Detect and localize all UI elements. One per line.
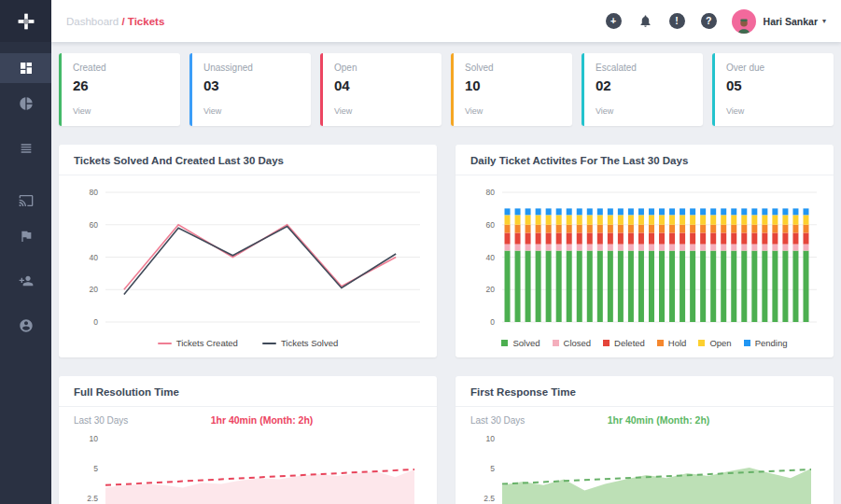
view-link[interactable]: View: [596, 106, 613, 116]
legend-item: Pending: [744, 338, 788, 348]
stat-card-solved: Solved 10 View: [451, 53, 572, 126]
legend-swatch: [698, 340, 705, 346]
sidebar-item-add-agent[interactable]: [0, 266, 51, 296]
alert-circle-icon[interactable]: !: [669, 13, 685, 29]
area-chart-resolution: 1052.5: [74, 429, 422, 504]
breadcrumb: Dashboard / Tickets: [66, 16, 164, 27]
svg-text:5: 5: [93, 464, 98, 473]
stat-value: 03: [203, 77, 300, 93]
legend-label: Hold: [668, 338, 687, 348]
period-label: Last 30 Days: [470, 415, 582, 426]
person-add-icon: [19, 273, 34, 288]
divider: [59, 406, 437, 407]
area-chart-response: 1052.5: [470, 429, 819, 504]
svg-text:60: 60: [90, 220, 99, 230]
account-circle-icon: [19, 318, 34, 333]
svg-text:20: 20: [90, 285, 99, 294]
view-link[interactable]: View: [726, 106, 744, 116]
sidebar-item-reports[interactable]: [0, 89, 51, 119]
legend-swatch: [744, 340, 750, 346]
help-circle-icon[interactable]: ?: [701, 13, 717, 29]
stacked-bar-chart: 020406080: [470, 183, 819, 337]
view-link[interactable]: View: [465, 106, 483, 116]
stat-label: Over due: [726, 63, 822, 73]
divider: [456, 175, 834, 175]
divider: [59, 175, 437, 175]
sidebar-item-broadcast[interactable]: [0, 186, 51, 216]
help-glyph: ?: [706, 16, 711, 26]
stat-card-open: Open 04 View: [320, 53, 442, 126]
breadcrumb-separator: /: [119, 16, 128, 27]
add-glyph: +: [610, 16, 616, 26]
legend-swatch: [553, 340, 559, 346]
person-avatar-icon: [736, 17, 752, 34]
svg-text:20: 20: [486, 285, 496, 294]
legend-label: Deleted: [614, 338, 645, 348]
user-menu[interactable]: Hari Sankar ▾: [732, 9, 826, 34]
svg-text:5: 5: [490, 464, 495, 473]
svg-text:10: 10: [90, 434, 99, 443]
stat-card-escalated: Escalated 02 View: [582, 53, 703, 126]
legend-swatch: [262, 343, 276, 344]
legend-label: Open: [709, 338, 731, 348]
line-chart: 020406080: [74, 183, 422, 337]
stat-value: 10: [465, 77, 561, 93]
svg-text:40: 40: [486, 253, 496, 262]
legend-item: Solved: [501, 338, 540, 348]
legend-item: Open: [698, 338, 731, 348]
breadcrumb-current: Tickets: [128, 16, 164, 27]
legend-item: Closed: [553, 338, 592, 348]
main-content: Created 26 View Unassigned 03 View Open …: [51, 42, 841, 504]
user-name: Hari Sankar: [764, 16, 818, 27]
resolution-stat: 1hr 40min (Month: 2h): [186, 414, 338, 426]
view-link[interactable]: View: [73, 106, 91, 116]
legend-swatch: [158, 343, 172, 344]
stat-value: 02: [596, 77, 692, 93]
charts-row-1: Tickets Solved And Created Last 30 Days …: [59, 145, 834, 357]
stat-label: Open: [334, 63, 430, 73]
panel-subheader: Last 30 Days 1hr 40min (Month: 2h): [470, 414, 819, 426]
stat-card-overdue: Over due 05 View: [712, 53, 834, 126]
plus-logo-icon: [17, 12, 35, 31]
legend-label: Tickets Created: [176, 338, 238, 348]
stat-cards-row: Created 26 View Unassigned 03 View Open …: [59, 53, 834, 126]
legend-swatch: [603, 340, 610, 346]
panel-subheader: Last 30 Days 1hr 40min (Month: 2h): [74, 414, 422, 426]
stat-label: Created: [73, 63, 169, 73]
svg-text:0: 0: [93, 317, 98, 327]
svg-text:80: 80: [90, 188, 99, 197]
sidebar-item-flags[interactable]: [0, 221, 51, 251]
panel-full-resolution: Full Resolution Time Last 30 Days 1hr 40…: [59, 376, 437, 504]
divider: [456, 406, 834, 407]
panel-first-response: First Response Time Last 30 Days 1hr 40m…: [456, 376, 834, 504]
response-stat: 1hr 40min (Month: 2h): [582, 414, 735, 426]
panel-title: Full Resolution Time: [74, 386, 422, 398]
legend-item: Tickets Created: [158, 338, 238, 348]
pie-chart-icon: [19, 96, 34, 111]
sidebar-item-dashboard[interactable]: [0, 53, 51, 83]
dashboard-grid-icon: [19, 61, 34, 76]
line-chart-legend: Tickets CreatedTickets Solved: [74, 338, 422, 350]
sidebar-nav: [0, 42, 51, 341]
stat-value: 26: [73, 77, 169, 93]
view-link[interactable]: View: [203, 106, 221, 116]
sidebar-item-tickets-list[interactable]: [0, 133, 51, 163]
app-logo[interactable]: [0, 0, 51, 42]
stat-label: Escalated: [596, 63, 692, 73]
bar-chart-legend: SolvedClosedDeletedHoldOpenPending: [470, 338, 819, 350]
notifications-bell-icon[interactable]: [638, 13, 653, 29]
add-circle-icon[interactable]: +: [606, 13, 622, 29]
view-link[interactable]: View: [334, 106, 352, 116]
legend-item: Deleted: [603, 338, 645, 348]
panel-title: Tickets Solved And Created Last 30 Days: [74, 155, 422, 166]
sidebar-item-account[interactable]: [0, 311, 51, 341]
legend-label: Solved: [512, 338, 540, 348]
panel-tickets-line: Tickets Solved And Created Last 30 Days …: [59, 145, 437, 357]
svg-text:40: 40: [90, 253, 99, 262]
breadcrumb-dashboard[interactable]: Dashboard: [66, 16, 119, 27]
flag-icon: [19, 229, 34, 244]
stat-label: Solved: [465, 63, 561, 73]
bell-icon: [638, 14, 652, 28]
period-label: Last 30 Days: [74, 415, 186, 426]
svg-text:80: 80: [486, 188, 496, 197]
